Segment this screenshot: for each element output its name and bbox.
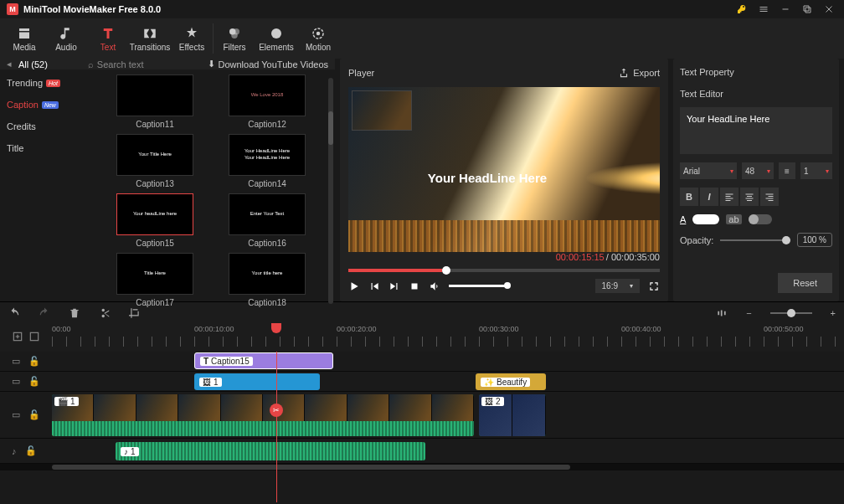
sidebar-item-trending[interactable]: TrendingHot xyxy=(7,78,87,88)
text-property-panel: Text Property Text Editor Your HeadLine … xyxy=(673,59,839,301)
track-type-icon: ▭ xyxy=(12,409,20,420)
tab-effects[interactable]: Effects xyxy=(171,18,213,59)
badge-hot: Hot xyxy=(46,80,60,87)
tab-media[interactable]: Media xyxy=(3,18,45,59)
undo-button[interactable] xyxy=(8,307,20,319)
highlight-toggle[interactable] xyxy=(749,214,772,224)
sidebar-item-caption[interactable]: CaptionNew xyxy=(7,100,87,110)
text-editor-input[interactable]: Your HeadLine Here xyxy=(680,107,832,154)
search-box[interactable]: ⌕ Search text xyxy=(54,59,201,69)
timeline-horizontal-scrollbar[interactable] xyxy=(0,464,844,471)
thumb-caption11[interactable]: Caption11 xyxy=(106,75,204,129)
font-select[interactable]: Arial▾ xyxy=(680,162,737,179)
svg-rect-7 xyxy=(30,332,38,340)
reset-button[interactable]: Reset xyxy=(778,273,832,293)
tab-elements[interactable]: Elements xyxy=(255,18,297,59)
clip-video2[interactable]: 🖼 2 xyxy=(479,394,546,436)
sidebar-item-credits[interactable]: Credits xyxy=(7,121,87,131)
overlay-text: Your HeadLine Here xyxy=(428,171,547,185)
close-button[interactable] xyxy=(821,1,837,18)
player-progress[interactable] xyxy=(348,269,660,272)
lock-icon[interactable]: 🔓 xyxy=(28,356,40,367)
stop-button[interactable] xyxy=(409,280,420,292)
thumb-caption15[interactable]: Your headLine hereCaption15 xyxy=(106,193,204,248)
clip-audio1[interactable]: ♪ 1 xyxy=(116,442,425,460)
lock-icon[interactable]: 🔓 xyxy=(28,409,40,420)
text-color-icon[interactable]: A xyxy=(680,214,686,224)
playhead[interactable]: ✂ xyxy=(276,352,277,502)
volume-icon[interactable] xyxy=(429,280,440,292)
clip-video1[interactable]: 🎬 1 xyxy=(52,394,474,436)
aspect-select[interactable]: 16:9▾ xyxy=(595,279,640,293)
fullscreen-button[interactable] xyxy=(648,280,660,292)
size-select[interactable]: 48▾ xyxy=(742,162,774,179)
lineheight-select[interactable]: 1▾ xyxy=(800,162,832,179)
highlight-icon[interactable]: ab xyxy=(726,214,741,224)
tab-motion[interactable]: Motion xyxy=(297,18,339,59)
lock-icon[interactable]: 🔓 xyxy=(25,445,37,456)
color-swatch[interactable] xyxy=(692,214,719,224)
prev-button[interactable] xyxy=(368,280,380,292)
zoom-out-button[interactable]: − xyxy=(746,308,751,318)
align-center-button[interactable] xyxy=(740,188,759,206)
search-icon: ⌕ xyxy=(88,59,94,69)
align-right-button[interactable] xyxy=(760,188,779,206)
menu-icon[interactable] xyxy=(755,1,772,18)
playhead-marker[interactable] xyxy=(271,323,281,333)
thumb-caption17[interactable]: Title HereCaption17 xyxy=(106,253,204,307)
align-left-button[interactable] xyxy=(720,188,738,206)
tab-audio[interactable]: Audio xyxy=(45,18,87,59)
redo-button[interactable] xyxy=(39,307,50,319)
add-track-left-icon[interactable] xyxy=(12,331,23,344)
thumb-caption13[interactable]: Your Title HereCaption13 xyxy=(106,134,204,188)
timeline-ruler[interactable]: 00:00 00:00:10:00 00:00:20:00 00:00:30:0… xyxy=(0,323,844,352)
player-viewport[interactable]: Your HeadLine Here xyxy=(348,87,660,252)
minimize-button[interactable] xyxy=(777,1,794,18)
download-label: Download YouTube Videos xyxy=(219,59,329,69)
play-button[interactable] xyxy=(348,280,360,292)
app-logo: M xyxy=(7,3,18,15)
tab-text[interactable]: Text xyxy=(87,18,129,59)
maximize-button[interactable] xyxy=(799,1,816,18)
lineheight-icon[interactable]: ≡ xyxy=(779,162,795,179)
timeline-tracks: ✂ ▭🔓 TCaption15 ▭🔓 🖼 1 ✨ Beautify ▭🔓 🎬 1 xyxy=(0,352,844,502)
thumb-caption14[interactable]: Your HeadLine Here Your HeadLine HereCap… xyxy=(218,134,316,188)
add-track-right-icon[interactable] xyxy=(28,331,40,344)
zoom-slider[interactable] xyxy=(770,312,812,314)
lock-icon[interactable]: 🔓 xyxy=(28,376,40,387)
split-button[interactable] xyxy=(99,307,111,319)
export-button[interactable]: Export xyxy=(618,67,660,79)
crop-button[interactable] xyxy=(129,307,141,319)
clip-image1[interactable]: 🖼 1 xyxy=(194,373,320,390)
library-scrollbar[interactable] xyxy=(328,78,333,304)
volume-slider[interactable] xyxy=(449,285,507,287)
key-icon[interactable] xyxy=(733,1,750,18)
snap-icon[interactable] xyxy=(716,307,728,319)
tab-effects-label: Effects xyxy=(179,43,204,52)
bold-button[interactable]: B xyxy=(680,188,698,206)
thumb-caption16[interactable]: Enter Your TextCaption16 xyxy=(218,193,316,248)
player-panel: Player Export Your HeadLine Here 00:00:1… xyxy=(340,59,668,301)
sidebar-item-title[interactable]: Title xyxy=(7,143,87,153)
clip-caption15[interactable]: TCaption15 xyxy=(194,352,333,369)
next-button[interactable] xyxy=(389,280,400,292)
scissors-icon[interactable]: ✂ xyxy=(270,404,283,417)
zoom-in-button[interactable]: + xyxy=(831,308,836,318)
italic-button[interactable]: I xyxy=(700,188,718,206)
tab-transitions[interactable]: Transitions xyxy=(129,18,171,59)
ruler-tick: 00:00:10:00 xyxy=(194,325,234,333)
svg-point-2 xyxy=(231,32,238,39)
download-icon: ⬇ xyxy=(208,59,215,69)
thumb-caption12[interactable]: We Love 2018Caption12 xyxy=(218,75,316,129)
thumb-caption18[interactable]: Your title hereCaption18 xyxy=(218,253,316,307)
delete-button[interactable] xyxy=(69,307,80,319)
chevron-down-icon: ▾ xyxy=(630,282,633,290)
thumbnail-grid: Caption11 We Love 2018Caption12 Your Tit… xyxy=(94,69,328,312)
picture-in-picture xyxy=(352,90,412,131)
clip-beautify[interactable]: ✨ Beautify xyxy=(476,373,546,390)
all-label[interactable]: All (52) xyxy=(18,59,48,69)
opacity-slider[interactable] xyxy=(720,239,790,241)
tab-filters[interactable]: Filters xyxy=(214,18,255,59)
download-link[interactable]: ⬇ Download YouTube Videos xyxy=(208,59,329,69)
back-icon[interactable]: ◂ xyxy=(7,59,12,69)
